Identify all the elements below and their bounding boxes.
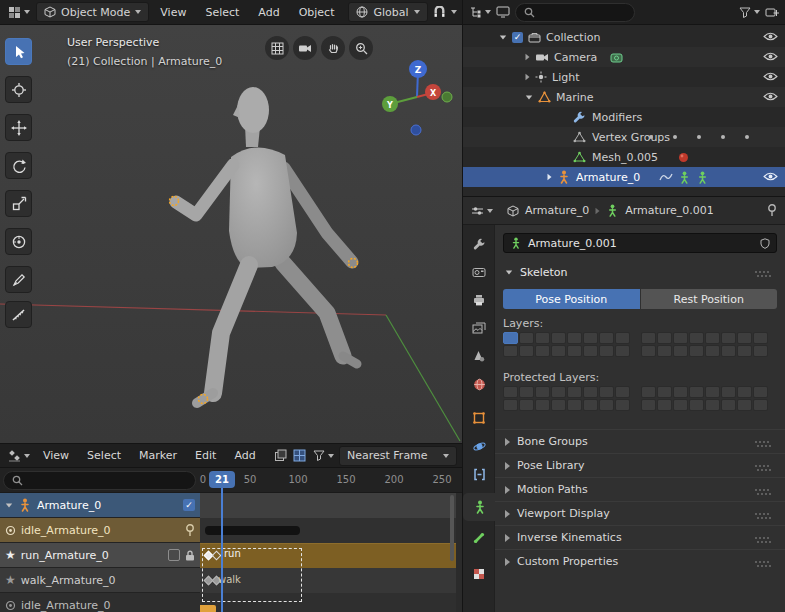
layer-toggle[interactable]: [567, 345, 582, 357]
current-frame-badge[interactable]: 21: [209, 471, 235, 488]
new-collection-icon[interactable]: [765, 6, 779, 18]
properties-editor-type-button[interactable]: [471, 205, 493, 217]
layer-toggle[interactable]: [657, 345, 672, 357]
tab-physics[interactable]: [463, 433, 495, 459]
pose-position-button[interactable]: Pose Position: [503, 289, 640, 309]
protected-layer-toggle[interactable]: [615, 399, 630, 411]
tool-rotate[interactable]: [5, 152, 32, 179]
tab-output[interactable]: [463, 287, 495, 313]
channel-idle-2[interactable]: idle_Armature_0: [0, 593, 200, 612]
layer-toggle[interactable]: [689, 345, 704, 357]
section-viewport-display[interactable]: Viewport Display: [495, 501, 785, 525]
timeline-menu-edit[interactable]: Edit: [187, 447, 224, 464]
tab-object[interactable]: [463, 405, 495, 431]
shield-icon[interactable]: [760, 238, 770, 249]
outliner-row-camera[interactable]: Camera: [463, 47, 785, 67]
layer-toggle[interactable]: [583, 332, 598, 344]
panel-grip-handle[interactable]: [755, 271, 757, 273]
menu-add[interactable]: Add: [250, 4, 287, 21]
snapshot-toggle[interactable]: [291, 447, 308, 464]
timeline-menu-view[interactable]: View: [35, 447, 77, 464]
keyframe-area[interactable]: run walk: [200, 493, 456, 612]
outliner-search[interactable]: [515, 3, 635, 22]
tool-move[interactable]: [5, 114, 32, 141]
outliner-row-armature[interactable]: Armature_0: [463, 167, 785, 187]
protected-layer-toggle[interactable]: [615, 386, 630, 398]
tab-constraints[interactable]: [463, 461, 495, 487]
layer-toggle[interactable]: [673, 332, 688, 344]
panel-grip-handle[interactable]: [755, 465, 757, 467]
layer-toggle[interactable]: [705, 332, 720, 344]
pin-icon[interactable]: [185, 524, 195, 537]
protected-layer-toggle[interactable]: [641, 399, 656, 411]
protected-layer-toggle[interactable]: [583, 399, 598, 411]
tool-annotate[interactable]: [5, 266, 32, 293]
menu-select[interactable]: Select: [197, 4, 247, 21]
layer-toggle[interactable]: [519, 345, 534, 357]
timeline-menu-marker[interactable]: Marker: [131, 447, 185, 464]
protected-layer-toggle[interactable]: [567, 399, 582, 411]
protected-layer-toggle[interactable]: [737, 386, 752, 398]
tool-transform[interactable]: [5, 228, 32, 255]
menu-object[interactable]: Object: [291, 4, 343, 21]
protected-layer-toggle[interactable]: [657, 386, 672, 398]
panel-grip-handle[interactable]: [755, 513, 757, 515]
protected-layer-toggle[interactable]: [705, 386, 720, 398]
protected-layer-toggle[interactable]: [551, 386, 566, 398]
tool-measure[interactable]: [5, 301, 32, 328]
protected-layer-toggle[interactable]: [583, 386, 598, 398]
timeline-menu-select[interactable]: Select: [79, 447, 129, 464]
protected-layer-toggle[interactable]: [551, 399, 566, 411]
layer-toggle[interactable]: [503, 332, 518, 344]
layer-toggle[interactable]: [503, 345, 518, 357]
star-icon[interactable]: ★: [5, 574, 16, 586]
protected-layer-toggle[interactable]: [673, 386, 688, 398]
outliner-editor-type-button[interactable]: [469, 6, 491, 18]
snap-mode-dropdown[interactable]: Nearest Frame: [339, 446, 457, 466]
outliner-row-vertex-groups[interactable]: Vertex Groups: [463, 127, 785, 147]
skeleton-panel-header[interactable]: Skeleton: [495, 261, 785, 283]
protected-layer-toggle[interactable]: [753, 386, 768, 398]
camera-view-button[interactable]: [293, 36, 317, 60]
protected-layer-toggle[interactable]: [503, 399, 518, 411]
panel-grip-handle[interactable]: [755, 561, 757, 563]
layer-toggle[interactable]: [535, 345, 550, 357]
tool-select-box[interactable]: [5, 38, 32, 65]
outliner-row-collection[interactable]: ✓ Collection: [463, 27, 785, 47]
tab-render[interactable]: [463, 259, 495, 285]
snap-toggle-button[interactable]: [431, 4, 448, 21]
protected-layer-toggle[interactable]: [535, 399, 550, 411]
channel-idle[interactable]: idle_Armature_0: [0, 518, 200, 543]
layer-toggle[interactable]: [753, 345, 768, 357]
display-mode-icon[interactable]: [496, 6, 510, 18]
tab-tool[interactable]: [463, 231, 495, 257]
editor-type-button[interactable]: [5, 4, 33, 21]
tab-world[interactable]: [463, 371, 495, 397]
protected-layer-toggle[interactable]: [753, 399, 768, 411]
pin-icon[interactable]: [767, 204, 777, 217]
section-custom-properties[interactable]: Custom Properties: [495, 549, 785, 573]
eye-icon[interactable]: [763, 171, 778, 182]
orientation-dropdown[interactable]: Global: [348, 2, 427, 22]
protected-layer-toggle[interactable]: [705, 399, 720, 411]
tool-cursor[interactable]: [5, 76, 32, 103]
mode-dropdown[interactable]: Object Mode: [36, 2, 149, 22]
channel-armature[interactable]: Armature_0 ✓: [0, 493, 200, 518]
playhead-line[interactable]: [221, 484, 223, 612]
layer-toggle[interactable]: [583, 345, 598, 357]
layer-toggle[interactable]: [641, 345, 656, 357]
breadcrumb-object-label[interactable]: Armature_0: [525, 204, 589, 217]
timeline-filter-button[interactable]: [310, 448, 337, 463]
rest-position-button[interactable]: Rest Position: [641, 289, 778, 309]
navigation-gizmo[interactable]: Z X Y: [370, 33, 462, 137]
protected-layer-toggle[interactable]: [599, 399, 614, 411]
layer-toggle[interactable]: [737, 345, 752, 357]
menu-view[interactable]: View: [152, 4, 194, 21]
protected-layer-toggle[interactable]: [673, 399, 688, 411]
eye-icon[interactable]: [763, 31, 778, 42]
layer-toggle[interactable]: [737, 332, 752, 344]
timeline-menu-add[interactable]: Add: [226, 447, 263, 464]
eye-icon[interactable]: [763, 91, 778, 102]
layer-toggle[interactable]: [689, 332, 704, 344]
eye-icon[interactable]: [763, 51, 778, 62]
